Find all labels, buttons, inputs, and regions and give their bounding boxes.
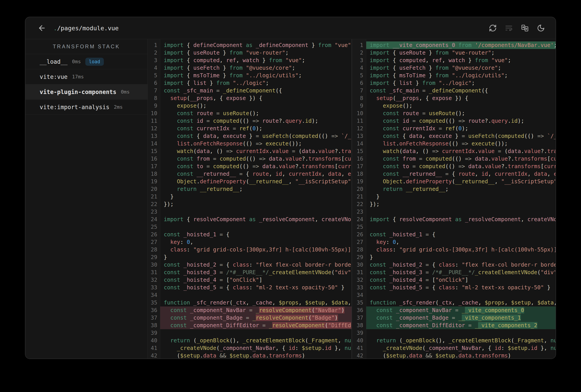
line-number: 9 bbox=[352, 102, 363, 110]
toolbar bbox=[488, 23, 546, 33]
line-number: 40 bbox=[352, 337, 363, 344]
line-number: 32 bbox=[148, 276, 157, 284]
refresh-button[interactable] bbox=[488, 23, 498, 33]
code-line: import __vite_components_0 from '/compon… bbox=[366, 42, 556, 49]
code-line: import { useFetch } from "@vueuse/core"; bbox=[160, 64, 352, 72]
code-line: const route = useRoute(); bbox=[160, 110, 352, 117]
line-number: 30 bbox=[148, 261, 157, 268]
code-line: key: 0, bbox=[160, 238, 352, 246]
code-before[interactable]: import { defineComponent as _defineCompo… bbox=[160, 39, 352, 358]
line-number: 39 bbox=[352, 329, 363, 337]
line-number: 26 bbox=[352, 231, 363, 238]
code-line: const _hoisted_3 = /*#__PURE__*/_createE… bbox=[160, 268, 352, 276]
plugin-name: vite-plugin-components bbox=[40, 89, 116, 95]
code-line: return (_openBlock(), _createElementBloc… bbox=[366, 337, 556, 344]
line-number: 37 bbox=[148, 314, 157, 322]
code-after[interactable]: import __vite_components_0 from '/compon… bbox=[366, 39, 556, 358]
line-number: 35 bbox=[148, 299, 157, 306]
line-number: 3 bbox=[148, 56, 157, 64]
code-line: const _component_NavBar = __vite_compone… bbox=[366, 306, 556, 314]
line-number: 29 bbox=[352, 254, 363, 261]
plugin-duration: 2ms bbox=[114, 104, 123, 110]
line-number: 28 bbox=[352, 246, 363, 254]
line-number: 22 bbox=[352, 200, 363, 208]
code-line: }); bbox=[160, 200, 352, 208]
line-number-gutter-right: 1234567891011121314151617181920212223242… bbox=[352, 39, 366, 358]
code-line: import { useFetch } from "@vueuse/core"; bbox=[366, 64, 556, 72]
code-line: const _hoisted_4 = ["onClick"] bbox=[366, 276, 556, 284]
code-line: setup(__props, { expose }) { bbox=[160, 94, 352, 102]
code-line: const _hoisted_3 = /*#__PURE__*/_createE… bbox=[366, 268, 556, 276]
line-number: 24 bbox=[352, 216, 363, 223]
line-number: 23 bbox=[352, 208, 363, 216]
code-line: ($setup.data && $setup.data.transforms) bbox=[366, 352, 556, 358]
code-line: const __returned__ = { route, id, curren… bbox=[366, 170, 556, 178]
line-number: 25 bbox=[148, 223, 157, 231]
code-line: import { useRoute } from "vue-router"; bbox=[366, 49, 556, 56]
side-by-side-diff-icon bbox=[521, 24, 529, 32]
sidebar-item-vite-vue[interactable]: vite:vue17ms bbox=[26, 69, 148, 84]
code-line: }); bbox=[366, 200, 556, 208]
code-line: const from = computed(() => data.value?.… bbox=[160, 155, 352, 162]
line-number: 39 bbox=[148, 329, 157, 337]
line-number: 4 bbox=[352, 64, 363, 72]
code-line: const _sfc_main = _defineComponent({ bbox=[366, 87, 556, 94]
line-number: 18 bbox=[352, 170, 363, 178]
line-number: 19 bbox=[352, 178, 363, 185]
line-number: 2 bbox=[148, 49, 157, 56]
line-number: 33 bbox=[148, 284, 157, 291]
code-line bbox=[160, 291, 352, 299]
code-line: Object.defineProperty(__returned__, "__i… bbox=[160, 178, 352, 185]
code-line: Object.defineProperty(__returned__, "__i… bbox=[366, 178, 556, 185]
line-number: 35 bbox=[352, 299, 363, 306]
sidebar-item-vite-plugin-components[interactable]: vite-plugin-components0ms bbox=[26, 84, 148, 100]
code-line bbox=[160, 329, 352, 337]
line-number: 1 bbox=[352, 42, 363, 49]
sidebar-item--load-[interactable]: __load__0msload bbox=[26, 54, 148, 69]
code-line bbox=[366, 329, 556, 337]
line-number: 23 bbox=[148, 208, 157, 216]
code-line: import { resolveComponent as _resolveCom… bbox=[160, 216, 352, 223]
wrap-lines-button[interactable] bbox=[504, 23, 514, 33]
code-line: class: "grid grid-cols-[300px,3fr] h-[ca… bbox=[160, 246, 352, 254]
line-number: 12 bbox=[352, 125, 363, 132]
code-line: import { list } from "../logic"; bbox=[366, 79, 556, 87]
line-number: 21 bbox=[148, 193, 157, 200]
line-number: 24 bbox=[148, 216, 157, 223]
line-number: 41 bbox=[148, 344, 157, 352]
line-number: 34 bbox=[352, 291, 363, 299]
code-line: const id = computed(() => route?.query.i… bbox=[160, 117, 352, 125]
code-line: const _component_Badge = __vite_componen… bbox=[366, 314, 556, 322]
dark-mode-button[interactable] bbox=[536, 23, 546, 33]
inspect-window: ./pages/module.vue TRANSFORM STACK __loa… bbox=[25, 17, 556, 359]
line-number: 22 bbox=[148, 200, 157, 208]
line-number: 16 bbox=[352, 155, 363, 162]
code-line: expose(); bbox=[160, 102, 352, 110]
code-line: const from = computed(() => data.value?.… bbox=[366, 155, 556, 162]
line-number: 2 bbox=[352, 49, 363, 56]
code-line bbox=[160, 208, 352, 216]
line-number: 5 bbox=[352, 72, 363, 79]
code-line: const route = useRoute(); bbox=[366, 110, 556, 117]
sidebar-header: TRANSFORM STACK bbox=[26, 39, 148, 54]
line-number: 40 bbox=[148, 337, 157, 344]
code-line: const to = computed(() => data.value?.tr… bbox=[160, 162, 352, 170]
main-area: TRANSFORM STACK __load__0msloadvite:vue1… bbox=[26, 39, 556, 358]
line-number: 26 bbox=[148, 231, 157, 238]
code-line: import { list } from "../logic"; bbox=[160, 79, 352, 87]
side-by-side-diff-button[interactable] bbox=[520, 23, 530, 33]
code-line: const _component_Badge = _resolveCompone… bbox=[160, 314, 352, 322]
code-line bbox=[160, 223, 352, 231]
plugin-duration: 17ms bbox=[72, 74, 84, 80]
line-number: 10 bbox=[148, 110, 157, 117]
sidebar-item-vite-import-analysis[interactable]: vite:import-analysis2ms bbox=[26, 100, 148, 115]
line-number: 14 bbox=[352, 140, 363, 148]
line-number: 32 bbox=[352, 276, 363, 284]
sidebar-items: __load__0msloadvite:vue17msvite-plugin-c… bbox=[26, 54, 148, 115]
code-line: import { msToTime } from "../logic/utils… bbox=[366, 72, 556, 79]
line-number: 13 bbox=[352, 132, 363, 140]
code-line: } bbox=[366, 254, 556, 261]
back-button[interactable] bbox=[37, 23, 47, 33]
page-title: ./pages/module.vue bbox=[54, 25, 119, 32]
code-line: return __returned__; bbox=[366, 185, 556, 193]
